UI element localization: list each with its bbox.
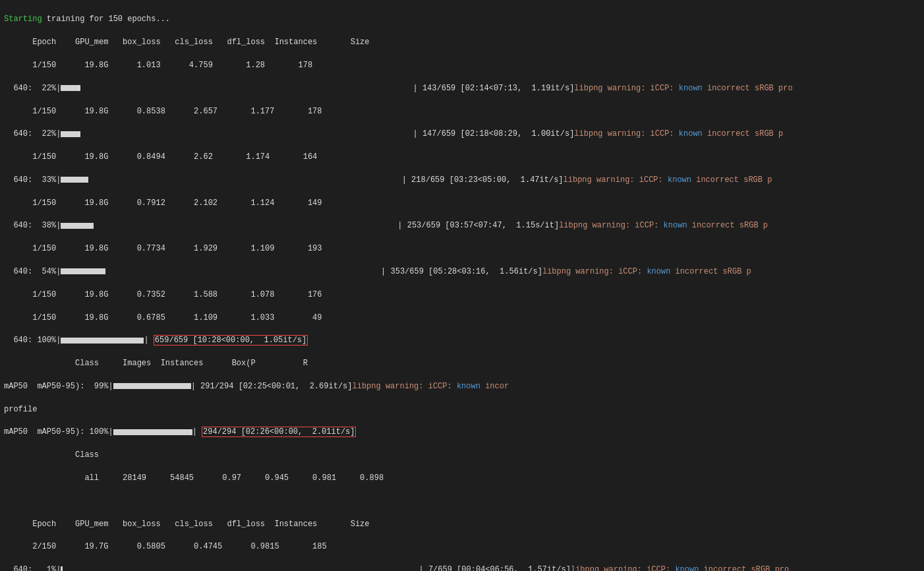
line-1-150-9: 1/150 19.8G 0.7734 1.929 1.109 193 xyxy=(4,243,920,255)
line-1-150-5: 1/150 19.8G 0.8494 2.62 1.174 164 xyxy=(4,152,920,163)
highlight-1: 659/659 [10:28<00:00, 1.05it/s] xyxy=(154,335,308,346)
line-2-150-2a: 640: 1%| | 7/659 [00:04<06:56, 1.57it/s]… xyxy=(4,564,920,571)
line-all-1: all 28149 54845 0.97 0.945 0.981 0.898 xyxy=(4,473,920,484)
line-header2: Epoch GPU_mem box_loss cls_loss dfl_loss… xyxy=(4,519,920,530)
line-1-150-7: 1/150 19.8G 0.7912 2.102 1.124 149 xyxy=(4,198,920,209)
line-profile1: profile xyxy=(4,404,920,415)
line-header1: Epoch GPU_mem box_loss cls_loss dfl_loss… xyxy=(4,37,920,48)
line-1-150-6: 640: 33%| | 218/659 [03:23<05:00, 1.47it… xyxy=(4,175,920,186)
line-class-all-1: Class xyxy=(4,450,920,461)
line-class-header1: Class Images Instances Box(P R xyxy=(4,358,920,369)
line-starting: Starting training for 150 epochs... xyxy=(4,14,920,25)
line-map50-2: mAP50 mAP50-95): 100%|| 294/294 [02:26<0… xyxy=(4,427,920,438)
terminal-output: Starting training for 150 epochs... Epoc… xyxy=(0,0,924,571)
line-1-150-12: 1/150 19.8G 0.6785 1.109 1.033 49 xyxy=(4,313,920,324)
line-1-150-2: 640: 22%| | 143/659 [02:14<07:13, 1.19it… xyxy=(4,83,920,94)
highlight-2: 294/294 [02:26<00:00, 2.01it/s] xyxy=(202,427,356,437)
line-2-150-1: 2/150 19.7G 0.5805 0.4745 0.9815 185 xyxy=(4,541,920,553)
line-1-150-100pct: 640: 100%|| 659/659 [10:28<00:00, 1.05it… xyxy=(4,335,920,346)
line-blank1 xyxy=(4,496,920,507)
line-1-150-10: 640: 54%| | 353/659 [05:28<03:16, 1.56it… xyxy=(4,266,920,278)
line-1-150-3: 1/150 19.8G 0.8538 2.657 1.177 178 xyxy=(4,106,920,117)
line-1-150-1: 1/150 19.8G 1.013 4.759 1.28 178 xyxy=(4,60,920,71)
text-starting: Starting xyxy=(4,15,42,24)
line-1-150-4: 640: 22%| | 147/659 [02:18<08:29, 1.00it… xyxy=(4,129,920,140)
line-1-150-8: 640: 38%| | 253/659 [03:57<07:47, 1.15s/… xyxy=(4,220,920,231)
line-1-150-11: 1/150 19.8G 0.7352 1.588 1.078 176 xyxy=(4,289,920,301)
line-map50-1: mAP50 mAP50-95): 99%|| 291/294 [02:25<00… xyxy=(4,381,920,392)
